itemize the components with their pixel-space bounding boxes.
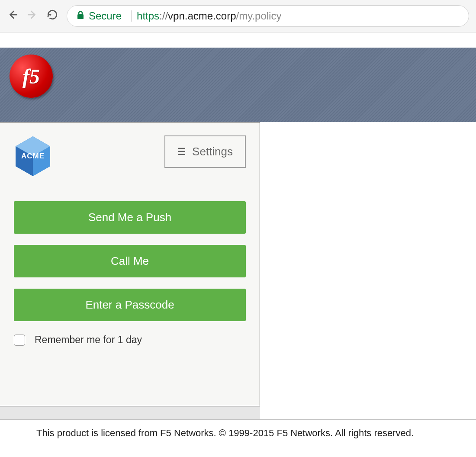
acme-logo-text: ACME: [21, 152, 45, 161]
top-gap: [0, 32, 476, 48]
url-separator: [131, 10, 132, 22]
browser-toolbar: Secure https://vpn.acme.corp/my.policy: [0, 0, 476, 32]
nav-arrows: [7, 9, 38, 23]
call-me-button[interactable]: Call Me: [14, 245, 246, 277]
page-area: f5 ACME ☰: [0, 32, 476, 457]
footer-text: This product is licensed from F5 Network…: [0, 420, 476, 439]
acme-logo: ACME: [14, 135, 52, 177]
forward-button[interactable]: [27, 9, 38, 23]
send-push-button[interactable]: Send Me a Push: [14, 201, 246, 234]
duo-header: ACME ☰ Settings: [14, 135, 246, 177]
remember-me-checkbox[interactable]: [14, 335, 25, 346]
content-band: ACME ☰ Settings Send Me a Push Call Me E…: [0, 122, 476, 419]
f5-logo: f5: [10, 55, 53, 98]
settings-label: Settings: [192, 145, 233, 158]
address-bar[interactable]: Secure https://vpn.acme.corp/my.policy: [67, 5, 469, 27]
right-empty-area: [260, 122, 476, 419]
url-protocol: https: [137, 10, 159, 22]
hamburger-icon: ☰: [177, 147, 186, 157]
f5-logo-text: f5: [23, 64, 40, 88]
url-protocol-sep: ://: [159, 10, 168, 22]
remember-me-row: Remember me for 1 day: [14, 334, 246, 346]
back-button[interactable]: [7, 9, 18, 23]
enter-passcode-button[interactable]: Enter a Passcode: [14, 289, 246, 321]
reload-button[interactable]: [47, 9, 58, 23]
duo-prompt-frame: ACME ☰ Settings Send Me a Push Call Me E…: [0, 122, 260, 406]
lock-icon: [77, 11, 84, 22]
settings-button[interactable]: ☰ Settings: [164, 135, 246, 168]
url-host: vpn.acme.corp: [168, 10, 236, 22]
f5-banner: f5: [0, 48, 476, 122]
svg-rect-2: [77, 14, 84, 19]
secure-label: Secure: [89, 10, 122, 22]
auth-buttons: Send Me a Push Call Me Enter a Passcode: [14, 201, 246, 321]
url-path: /my.policy: [236, 10, 282, 22]
remember-me-label: Remember me for 1 day: [35, 334, 142, 346]
